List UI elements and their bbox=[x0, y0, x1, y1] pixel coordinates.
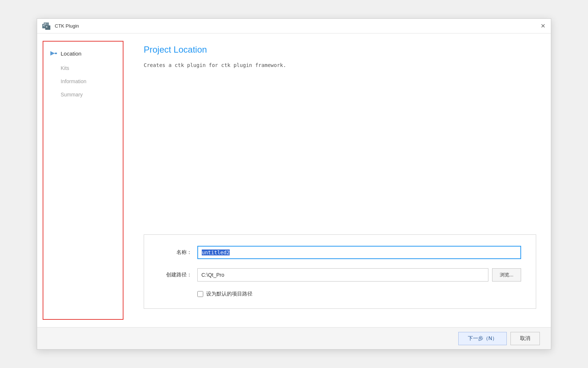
form-container: 名称： 创建路径： 浏览... 设为默认的项目路径 bbox=[144, 234, 536, 309]
svg-marker-6 bbox=[50, 51, 55, 56]
checkbox-label: 设为默认的项目路径 bbox=[206, 291, 252, 297]
close-button[interactable]: ✕ bbox=[539, 22, 546, 30]
title-bar: CTK Plugin ✕ bbox=[37, 19, 551, 33]
path-label: 创建路径： bbox=[159, 272, 192, 278]
browse-button[interactable]: 浏览... bbox=[492, 268, 521, 282]
checkbox-container: 设为默认的项目路径 bbox=[197, 291, 252, 297]
arrow-right-icon bbox=[49, 49, 58, 58]
sidebar-item-location[interactable]: Location bbox=[49, 49, 117, 58]
sidebar-label-location: Location bbox=[61, 50, 82, 57]
app-icon bbox=[42, 21, 52, 31]
checkbox-row: 设为默认的项目路径 bbox=[159, 291, 521, 297]
svg-rect-2 bbox=[45, 25, 50, 30]
svg-rect-7 bbox=[55, 53, 57, 54]
cancel-button[interactable]: 取消 bbox=[510, 332, 540, 345]
app-title: CTK Plugin bbox=[55, 23, 79, 29]
title-bar-left: CTK Plugin bbox=[42, 21, 79, 31]
svg-rect-5 bbox=[46, 26, 47, 28]
sidebar: Location Kits Information Summary bbox=[43, 41, 123, 320]
main-window: CTK Plugin ✕ Location Kits Information bbox=[37, 18, 551, 350]
name-input[interactable] bbox=[197, 246, 521, 259]
path-row: 创建路径： 浏览... bbox=[159, 268, 521, 282]
path-input[interactable] bbox=[197, 268, 488, 282]
default-path-checkbox[interactable] bbox=[197, 291, 203, 297]
next-button[interactable]: 下一步（N） bbox=[458, 332, 507, 345]
page-description: Creates a ctk plugin for ctk plugin fram… bbox=[144, 62, 536, 68]
sidebar-label-information: Information bbox=[61, 78, 86, 84]
name-row: 名称： bbox=[159, 246, 521, 259]
footer: 下一步（N） 取消 bbox=[37, 327, 551, 349]
sidebar-item-information[interactable]: Information bbox=[49, 78, 117, 84]
sidebar-item-kits[interactable]: Kits bbox=[49, 65, 117, 71]
content-area: Location Kits Information Summary Projec… bbox=[37, 33, 551, 327]
svg-rect-4 bbox=[44, 23, 46, 25]
sidebar-label-summary: Summary bbox=[61, 92, 83, 98]
svg-rect-3 bbox=[43, 25, 44, 26]
sidebar-label-kits: Kits bbox=[61, 65, 69, 71]
main-content-area: Project Location Creates a ctk plugin fo… bbox=[129, 33, 551, 327]
page-title: Project Location bbox=[144, 45, 536, 55]
sidebar-item-summary[interactable]: Summary bbox=[49, 92, 117, 98]
name-label: 名称： bbox=[159, 249, 192, 256]
